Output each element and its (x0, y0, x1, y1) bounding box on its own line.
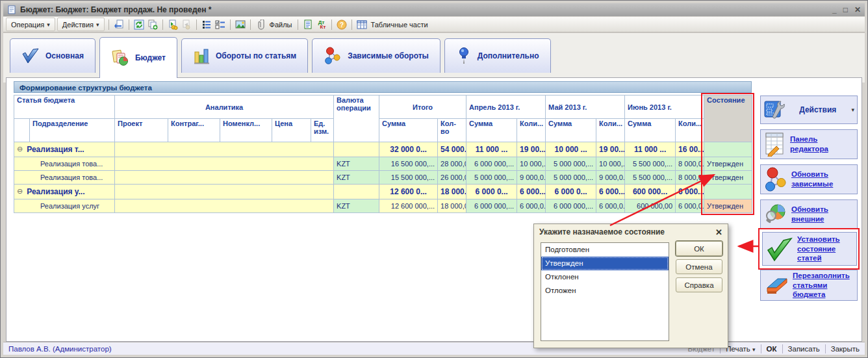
dialog-option[interactable]: Отклонен (541, 270, 669, 284)
help-button[interactable]: ? (336, 19, 348, 30)
picture-button[interactable] (235, 19, 246, 30)
value-cell[interactable]: 5 000 000,... (466, 171, 517, 185)
tab-osnovnaya[interactable]: Основная (10, 38, 96, 73)
files-button[interactable]: Файлы (268, 21, 294, 29)
dialog-options-list[interactable]: ПодготовленУтвержденОтклоненОтложен (541, 242, 669, 341)
column-header-price[interactable]: Цена (272, 119, 311, 142)
collapse-icon[interactable]: ⊖ (17, 145, 23, 153)
value-cell[interactable]: 12 600 000,... (379, 199, 438, 213)
dialog-title-bar[interactable]: Укажите назначаемое состояние ✕ (534, 224, 728, 240)
dialog-cancel-button[interactable]: Отмена (676, 259, 722, 274)
panel-set-state-button[interactable]: Установить состояние статей (762, 232, 857, 266)
value-cell[interactable]: 16 500 000,... (379, 157, 438, 171)
panel-refresh-external-button[interactable]: Обновить внешние (760, 199, 858, 229)
table-row[interactable]: ⊖Реализация т...32 000 0...54 000...11 0… (14, 142, 752, 157)
state-cell[interactable]: Утвержден (704, 171, 752, 185)
value-cell[interactable]: 32 000 0... (379, 142, 438, 157)
dialog-ok-button[interactable]: ОК (676, 241, 722, 256)
analytics-cell[interactable] (115, 142, 334, 157)
value-cell[interactable]: 18 000... (438, 185, 466, 199)
value-cell[interactable]: 6 000 0... (546, 185, 596, 199)
copy-button[interactable] (147, 19, 159, 30)
dialog-option[interactable]: Утвержден (541, 257, 669, 270)
value-cell[interactable]: 10 000,... (596, 157, 625, 171)
maximize-button[interactable]: □ (843, 5, 848, 14)
tab-dopolnitelno[interactable]: Дополнительно (444, 38, 551, 73)
value-cell[interactable]: 28 000,0... (438, 157, 466, 171)
panel-refresh-dependent-button[interactable]: Обновить зависимые (760, 164, 858, 194)
value-cell[interactable]: 12 600 0... (379, 185, 438, 199)
value-cell[interactable]: 6 000 000,... (466, 199, 517, 213)
value-cell[interactable]: 5 500 000,... (625, 171, 676, 185)
state-cell[interactable]: Утвержден (704, 157, 752, 171)
value-cell[interactable]: 19 00... (596, 142, 625, 157)
column-header-department[interactable]: Подразделение (30, 119, 115, 142)
analytics-cell[interactable] (115, 185, 334, 199)
value-cell[interactable]: 19 00... (517, 142, 546, 157)
close-form-button[interactable]: Закрыть (831, 345, 860, 353)
checklist-button[interactable] (214, 19, 226, 30)
value-cell[interactable]: 15 500 000,... (379, 171, 438, 185)
minimize-button[interactable]: _ (832, 5, 837, 14)
value-cell[interactable]: 6 000... (596, 185, 625, 199)
tab-oboroty-po-statyam[interactable]: Обороты по статьям (181, 38, 308, 73)
value-cell[interactable]: 9 000,0... (517, 171, 546, 185)
value-cell[interactable]: 6 000 000,... (546, 199, 596, 213)
list-settings-button[interactable] (201, 19, 212, 30)
print-button[interactable]: Печать ▾ (726, 345, 755, 353)
value-cell[interactable]: 6 000,0... (676, 199, 704, 213)
value-cell[interactable]: 54 000... (438, 142, 466, 157)
tab-byudzhet[interactable]: Бюджет (99, 37, 177, 78)
actions-menu[interactable]: Действия▾ (57, 18, 105, 31)
value-cell[interactable]: 5 500 000,... (625, 157, 676, 171)
value-cell[interactable]: 26 000,0... (438, 171, 466, 185)
report-button[interactable] (302, 19, 314, 30)
value-cell[interactable]: 600 000... (625, 185, 676, 199)
collapse-icon[interactable]: ⊖ (17, 187, 23, 196)
value-cell[interactable]: 6 000 000,... (466, 157, 517, 171)
table-row[interactable]: Реализация услугKZT12 600 000,...18 000,… (14, 199, 752, 213)
column-header-june[interactable]: Июнь 2013 г. (625, 96, 704, 119)
article-cell[interactable]: Реализация услуг (14, 199, 115, 213)
currency-cell[interactable]: KZT (334, 171, 379, 185)
value-cell[interactable]: 6 000 0... (466, 185, 517, 199)
analytics-cell[interactable] (115, 157, 334, 171)
tabular-parts-button[interactable]: Табличные части (370, 21, 429, 29)
value-cell[interactable]: 6 000... (517, 185, 546, 199)
dialog-help-button[interactable]: Справка (676, 277, 722, 292)
value-cell[interactable]: 6 000... (676, 185, 704, 199)
unpost-document-button[interactable] (181, 19, 192, 30)
state-cell[interactable] (704, 142, 752, 157)
value-cell[interactable]: 8 000,0... (676, 171, 704, 185)
value-cell[interactable]: 11 000 ... (466, 142, 517, 157)
currency-cell[interactable]: KZT (334, 157, 379, 171)
state-cell[interactable]: Утвержден (704, 199, 752, 213)
column-header-sum[interactable]: Сумма (546, 119, 596, 142)
article-cell[interactable]: Реализация това... (14, 157, 115, 171)
dialog-option[interactable]: Отложен (541, 284, 669, 298)
column-header-unit[interactable]: Ед. изм. (311, 119, 334, 142)
ok-button[interactable]: ОК (767, 345, 777, 353)
column-header-sum[interactable]: Сумма (625, 119, 676, 142)
analytics-cell[interactable] (115, 199, 334, 213)
value-cell[interactable]: 600 000,00 (625, 199, 676, 213)
column-header-qty[interactable]: Кол-во (438, 119, 466, 142)
operation-menu[interactable]: Операция▾ (6, 18, 55, 31)
table-row[interactable]: ⊖Реализация у...12 600 0...18 000...6 00… (14, 185, 752, 199)
value-cell[interactable]: 10 000 ... (546, 142, 596, 157)
tab-zavisimye-oboroty[interactable]: Зависимые обороты (312, 38, 440, 73)
value-cell[interactable]: 9 000,0... (596, 171, 625, 185)
column-header-total[interactable]: Итого (379, 96, 466, 119)
article-cell[interactable]: ⊖Реализация т... (14, 142, 115, 157)
column-header-article[interactable]: Статья бюджета (14, 96, 115, 119)
dialog-close-icon[interactable]: ✕ (715, 227, 722, 237)
column-header-sum[interactable]: Сумма (466, 119, 517, 142)
analytics-cell[interactable] (115, 171, 334, 185)
currency-cell[interactable] (334, 185, 379, 199)
value-cell[interactable]: 11 000 ... (625, 142, 676, 157)
currency-cell[interactable] (334, 142, 379, 157)
column-header-nomenclature[interactable]: Номенкл... (220, 119, 272, 142)
column-header-may[interactable]: Май 2013 г. (546, 96, 625, 119)
value-cell[interactable]: 5 000 000,... (546, 157, 596, 171)
post-document-button[interactable] (167, 19, 179, 30)
